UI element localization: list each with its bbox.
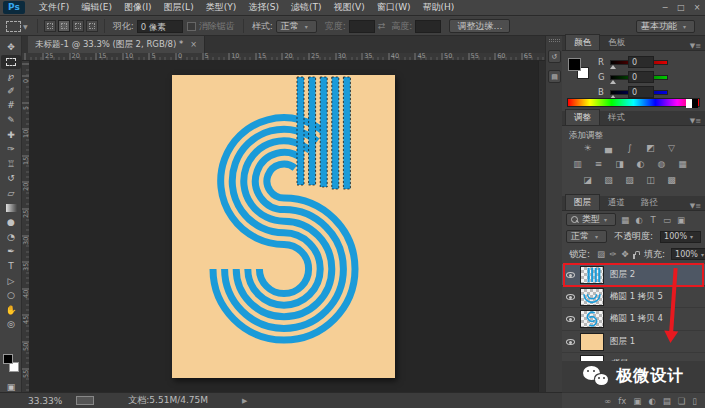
visibility-eye-icon[interactable] [566,339,575,345]
layer-thumbnail[interactable] [580,288,604,306]
tab-channels[interactable]: 通道 [600,195,633,210]
slider-caret-icon[interactable] [610,80,616,84]
channel-mixer-icon[interactable]: ◍ [654,158,669,171]
gradient-tool[interactable] [1,201,21,215]
tab-styles[interactable]: 样式 [600,110,633,125]
layer-filter-kind-select[interactable]: 类型 ▾ [566,213,616,226]
crop-tool[interactable]: # [1,98,21,112]
lock-transparency-icon[interactable]: ▨ [596,249,606,259]
new-layer-icon[interactable]: ❏ [678,396,686,406]
slider-caret-icon[interactable] [610,65,616,69]
menu-item-3[interactable]: 图层(L) [158,0,200,15]
status-flyout-icon[interactable]: ▶ [242,397,247,405]
color-swatch-pair[interactable] [568,58,592,82]
dodge-tool[interactable]: ◔ [1,230,21,244]
clone-stamp-tool[interactable]: ♖ [1,157,21,171]
close-document-icon[interactable]: × [190,40,197,49]
curves-icon[interactable]: ∫ [622,142,637,155]
lock-position-icon[interactable]: ✥ [620,249,630,259]
quick-selection-tool[interactable]: ✐ [1,84,21,98]
menu-item-2[interactable]: 图像(I) [118,0,158,15]
path-selection-tool[interactable]: ▷ [1,274,21,288]
exposure-icon[interactable]: ◩ [643,142,658,155]
selected-stripe[interactable] [343,77,350,189]
maximize-button[interactable]: □ [673,0,689,15]
menu-item-4[interactable]: 类型(Y) [200,0,243,15]
hand-tool[interactable]: ✋ [1,303,21,317]
height-input[interactable] [415,20,441,33]
zoom-level-field[interactable]: 33.33% [28,396,62,406]
black-white-icon[interactable]: ◨ [612,158,627,171]
layer-thumbnail[interactable] [580,333,604,351]
close-button[interactable]: × [689,0,705,15]
minimize-button[interactable]: − [657,0,673,15]
tab-layers[interactable]: 图层 [565,194,600,210]
history-brush-tool[interactable]: ↺ [1,171,21,185]
tab-adjustments[interactable]: 调整 [565,109,600,125]
layer-row-1[interactable]: 椭圆 1 拷贝 5 [562,286,705,308]
subtract-from-selection-button[interactable] [72,20,84,32]
tool-preset-caret-icon[interactable]: ▼ [23,23,28,30]
menu-item-5[interactable]: 选择(S) [242,0,285,15]
filter-pixel-icon[interactable]: ▦ [619,215,631,225]
panel-menu-icon[interactable]: ▼≡ [690,202,701,210]
antialias-checkbox[interactable] [187,22,196,31]
feather-input[interactable]: 0 像素 [137,20,183,33]
style-select[interactable]: 正常▾ [276,20,317,33]
selective-color-icon[interactable]: ◫ [643,174,658,187]
move-tool[interactable]: ✥ [1,40,21,54]
layer-effects-icon[interactable]: fx [618,396,626,406]
blend-mode-select[interactable]: 正常▾ [566,230,607,243]
menu-item-9[interactable]: 帮助(H) [417,0,461,15]
vertical-scrollbar[interactable] [538,61,545,392]
foreground-background-colors[interactable] [2,354,20,374]
hue-saturation-icon[interactable]: ▥ [570,158,585,171]
marquee-tool[interactable] [1,55,21,69]
delete-layer-icon[interactable]: ▯ [692,396,697,406]
filter-smartobject-icon[interactable]: ▣ [675,215,687,225]
channel-value-input[interactable]: 0 [628,56,654,68]
lock-all-icon[interactable] [633,254,635,259]
lasso-tool[interactable]: ℘ [1,69,21,83]
tab-paths[interactable]: 路径 [633,195,666,210]
threshold-icon[interactable]: ▨ [622,174,637,187]
layer-row-2[interactable]: 椭圆 1 拷贝 4 [562,309,705,331]
workspace-select[interactable]: 基本功能▾ [636,20,695,33]
color-lookup-icon[interactable]: ▦ [675,158,690,171]
layer-thumbnail[interactable] [580,266,604,284]
new-adjustment-layer-icon[interactable]: ◐ [648,396,655,406]
history-panel-button[interactable]: ↺ [548,50,561,63]
channel-value-input[interactable]: 0 [628,71,654,83]
photo-filter-icon[interactable]: ◐ [633,158,648,171]
document-tab[interactable]: 未标题-1 @ 33.3% (图层 2, RGB/8) * × [28,36,205,53]
panel-menu-icon[interactable]: ▼≡ [690,117,701,125]
refine-edge-button[interactable]: 调整边缘… [449,19,510,33]
visibility-eye-icon[interactable] [566,272,575,278]
invert-icon[interactable]: ◪ [580,174,595,187]
brush-tool[interactable]: ✑ [1,142,21,156]
filter-shape-icon[interactable]: ▭ [661,215,673,225]
eraser-tool[interactable]: ▱ [1,186,21,200]
properties-panel-button[interactable]: ▤ [548,70,561,83]
color-balance-icon[interactable]: ≡ [591,158,606,171]
tab-color[interactable]: 颜色 [565,34,600,50]
menu-item-1[interactable]: 编辑(E) [75,0,118,15]
levels-icon[interactable]: ▄ [601,142,616,155]
intersect-selection-button[interactable] [86,20,98,32]
vibrance-icon[interactable]: ▽ [664,142,679,155]
type-tool[interactable]: T [1,259,21,273]
gradient-map-icon[interactable]: ▩ [664,174,679,187]
opacity-input[interactable]: 100%▾ [660,231,701,243]
selected-stripe[interactable] [297,77,304,185]
panel-menu-icon[interactable]: ▼≡ [690,42,701,50]
menu-item-0[interactable]: 文件(F) [33,0,75,15]
menu-item-6[interactable]: 滤镜(T) [285,0,328,15]
width-input[interactable] [349,20,375,33]
panel-grip[interactable] [549,39,560,42]
layer-mask-icon[interactable]: ▣ [633,396,641,406]
selected-stripe[interactable] [320,77,327,187]
brightness-contrast-icon[interactable]: ☀ [580,142,595,155]
layer-thumbnail[interactable] [580,310,604,328]
lock-pixels-icon[interactable]: ✑ [608,249,618,259]
posterize-icon[interactable]: ▧ [601,174,616,187]
